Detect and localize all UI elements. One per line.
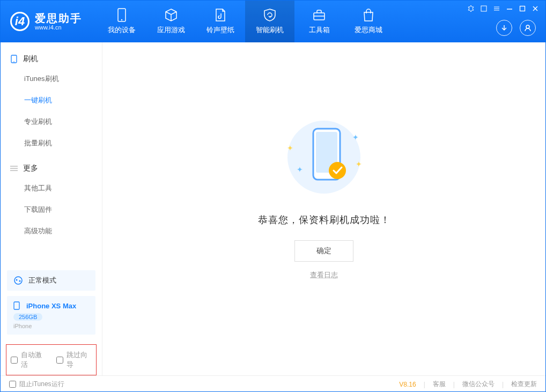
svg-rect-4 (481, 6, 486, 11)
minimize-icon[interactable] (506, 5, 513, 12)
download-icon[interactable] (496, 20, 512, 36)
header-action-icons (496, 20, 536, 36)
svg-point-19 (16, 279, 18, 281)
svg-point-25 (329, 162, 346, 179)
sidebar-item-pro-flash[interactable]: 专业刷机 (1, 111, 102, 132)
bag-icon (361, 8, 375, 22)
spark-icon: ✦ (356, 160, 362, 168)
nav-apps-games[interactable]: 应用游戏 (146, 1, 196, 42)
auto-activate-checkbox[interactable]: 自动激活 (11, 350, 47, 369)
nav-my-device[interactable]: 我的设备 (97, 1, 146, 42)
refresh-shield-icon (263, 8, 277, 22)
sidebar-scroll: 刷机 iTunes刷机 一键刷机 专业刷机 批量刷机 更多 其他工具 下载固件 … (1, 42, 102, 270)
sidebar-head-flash: 刷机 (1, 50, 102, 68)
svg-rect-9 (520, 6, 525, 11)
device-type: iPhone (13, 323, 89, 329)
window-controls (467, 5, 539, 12)
nav-label: 智能刷机 (256, 25, 284, 35)
device-icon (115, 8, 129, 22)
spark-icon: ✦ (297, 165, 303, 174)
spark-icon: ✦ (352, 133, 359, 142)
nav-label: 应用游戏 (157, 25, 185, 35)
music-file-icon (213, 8, 227, 22)
user-icon[interactable] (520, 20, 536, 36)
sidebar-item-advanced[interactable]: 高级功能 (1, 220, 102, 242)
app-name-cn: 爱思助手 (35, 12, 82, 24)
version-label: V8.16 (399, 381, 416, 388)
theme-icon[interactable] (467, 5, 475, 12)
logo-icon: i4 (10, 12, 29, 31)
svg-rect-21 (14, 302, 19, 309)
app-header: i4 爱思助手 www.i4.cn 我的设备 应用游戏 铃声壁纸 (1, 1, 545, 42)
footer-link-wechat[interactable]: 微信公众号 (462, 380, 495, 389)
nav-label: 我的设备 (108, 25, 136, 35)
footer-right: V8.16 | 客服 | 微信公众号 | 检查更新 (399, 380, 537, 389)
svg-point-14 (13, 61, 14, 62)
nav-label: 爱思商城 (355, 25, 382, 35)
sidebar-section-flash: 刷机 iTunes刷机 一键刷机 专业刷机 批量刷机 (1, 50, 102, 154)
app-name-en: www.i4.cn (35, 24, 82, 31)
svg-point-20 (19, 280, 21, 282)
app-body: 刷机 iTunes刷机 一键刷机 专业刷机 批量刷机 更多 其他工具 下载固件 … (1, 42, 545, 375)
block-itunes-label: 阻止iTunes运行 (19, 380, 64, 389)
skip-guide-checkbox[interactable]: 跳过向导 (56, 350, 92, 369)
nav-ringtones-wallpapers[interactable]: 铃声壁纸 (196, 1, 245, 42)
nav-store[interactable]: 爱思商城 (344, 1, 393, 42)
device-name: iPhone XS Max (26, 302, 76, 310)
sidebar-head-label: 刷机 (23, 54, 38, 64)
ok-button[interactable]: 确定 (294, 240, 353, 262)
skin-icon[interactable] (480, 5, 488, 12)
close-icon[interactable] (532, 5, 539, 12)
auto-activate-label: 自动激活 (21, 350, 47, 369)
spark-icon: ✦ (287, 144, 293, 152)
footer: 阻止iTunes运行 V8.16 | 客服 | 微信公众号 | 检查更新 (1, 375, 545, 392)
options-highlight-box: 自动激活 跳过向导 (6, 344, 97, 375)
logo-text: 爱思助手 www.i4.cn (35, 12, 82, 31)
device-block: 正常模式 iPhone XS Max 256GB iPhone (1, 270, 102, 340)
footer-link-support[interactable]: 客服 (433, 380, 446, 389)
list-icon (10, 165, 18, 172)
device-storage: 256GB (13, 313, 42, 321)
mode-label: 正常模式 (28, 276, 56, 285)
nav-label: 铃声壁纸 (206, 25, 234, 35)
view-log-link[interactable]: 查看日志 (310, 271, 338, 279)
phone-outline-icon (13, 301, 22, 310)
menu-icon[interactable] (493, 5, 500, 12)
svg-point-1 (121, 19, 122, 20)
sidebar-item-onekey-flash[interactable]: 一键刷机 (1, 90, 102, 111)
mode-card[interactable]: 正常模式 (7, 270, 95, 291)
sidebar-item-batch-flash[interactable]: 批量刷机 (1, 132, 102, 154)
footer-link-update[interactable]: 检查更新 (511, 380, 537, 389)
success-illustration: ✦ ✦ ✦ ✦ (284, 117, 364, 197)
sidebar-item-download-firmware[interactable]: 下载固件 (1, 199, 102, 220)
nav-smart-flash[interactable]: 智能刷机 (245, 1, 294, 42)
sidebar-section-more: 更多 其他工具 下载固件 高级功能 (1, 159, 102, 242)
success-text: 恭喜您，保资料刷机成功啦！ (258, 213, 390, 226)
main-content: ✦ ✦ ✦ ✦ 恭喜您，保资料刷机成功啦！ 确定 查看日志 (102, 42, 545, 375)
svg-point-12 (526, 25, 529, 28)
block-itunes-checkbox[interactable]: 阻止iTunes运行 (9, 380, 64, 389)
nav-toolbox[interactable]: 工具箱 (294, 1, 344, 42)
phone-icon (10, 55, 18, 63)
sidebar-item-itunes-flash[interactable]: iTunes刷机 (1, 68, 102, 90)
svg-point-18 (14, 277, 22, 284)
cube-icon (164, 8, 178, 22)
top-nav: 我的设备 应用游戏 铃声壁纸 智能刷机 工具箱 (97, 1, 393, 42)
maximize-icon[interactable] (519, 5, 526, 12)
toolbox-icon (312, 8, 326, 22)
sidebar: 刷机 iTunes刷机 一键刷机 专业刷机 批量刷机 更多 其他工具 下载固件 … (1, 42, 102, 375)
mode-icon (13, 276, 23, 285)
sidebar-head-label: 更多 (23, 164, 38, 173)
app-logo: i4 爱思助手 www.i4.cn (1, 1, 97, 42)
sidebar-item-other-tools[interactable]: 其他工具 (1, 177, 102, 199)
success-panel: ✦ ✦ ✦ ✦ 恭喜您，保资料刷机成功啦！ 确定 查看日志 (258, 117, 390, 280)
nav-label: 工具箱 (309, 25, 330, 35)
skip-guide-label: 跳过向导 (67, 350, 92, 369)
sidebar-head-more: 更多 (1, 159, 102, 177)
device-card[interactable]: iPhone XS Max 256GB iPhone (7, 296, 95, 335)
